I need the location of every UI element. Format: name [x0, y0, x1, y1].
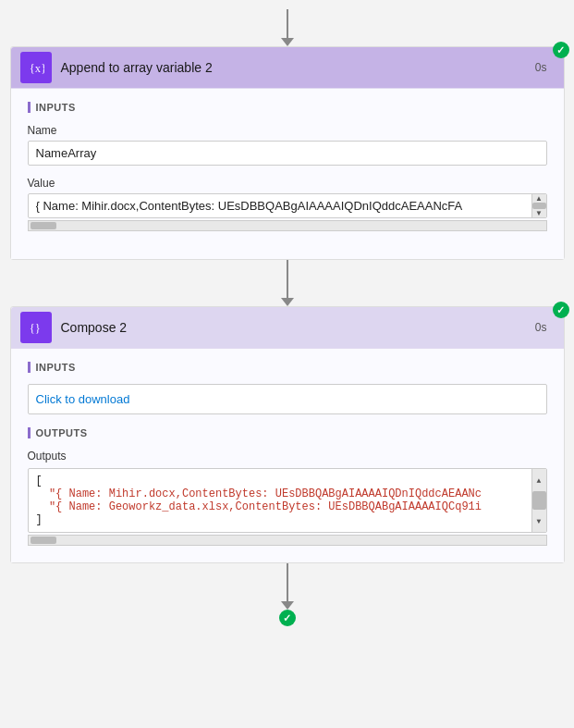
card2-hscrollbar[interactable] [28, 535, 547, 546]
click-to-download-link[interactable]: Click to download [36, 392, 130, 406]
compose-icon: {} [20, 312, 52, 343]
connector-arrow [281, 38, 294, 46]
card1-success-badge [553, 42, 569, 58]
card1-value-content: { Name: Mihir.docx,ContentBytes: UEsDBBQ… [36, 199, 539, 213]
card1-header[interactable]: {x} Append to array variable 2 0s [11, 47, 564, 88]
card2-duration: 0s [535, 321, 547, 334]
connector-middle [281, 260, 294, 306]
card1-name-label: Name [28, 124, 547, 137]
output-line-1: "{ Name: Mihir.docx,ContentBytes: UEsDBB… [36, 487, 482, 500]
card2-outputs-field-label: Outputs [28, 450, 547, 463]
connector-top [281, 9, 294, 46]
svg-text:{x}: {x} [29, 62, 43, 75]
card2-click-download-field: Click to download [28, 384, 547, 414]
connector-line [287, 9, 288, 38]
page-container: {x} Append to array variable 2 0s INPUTS… [0, 0, 574, 626]
output-close-bracket: ] [36, 513, 43, 526]
card2-title: Compose 2 [61, 320, 535, 335]
output-line-2: "{ Name: Geoworkz_data.xlsx,ContentBytes… [36, 500, 482, 513]
card2-hscrollbar-thumb [31, 537, 56, 544]
card2-header[interactable]: {} Compose 2 0s [11, 307, 564, 348]
output-open-bracket: [ [36, 475, 43, 487]
card-append-array: {x} Append to array variable 2 0s INPUTS… [10, 46, 565, 260]
card1-value-group: Value { Name: Mihir.docx,ContentBytes: U… [28, 177, 547, 231]
card1-hscrollbar-thumb [31, 222, 56, 229]
connector-arrow-mid [281, 298, 294, 306]
outputs-scroll-controls: ▲ ▼ [531, 469, 546, 532]
card1-scroll-controls: ▲ ▼ [531, 194, 546, 217]
card2-outputs-label: OUTPUTS [28, 427, 547, 438]
card1-scroll-down[interactable]: ▼ [532, 209, 546, 217]
bottom-check: ✓ [283, 612, 291, 624]
card1-scrollbar-thumb [532, 203, 546, 209]
card2-outputs-container: [ "{ Name: Mihir.docx,ContentBytes: UEsD… [28, 468, 547, 546]
svg-text:{}: {} [29, 322, 40, 335]
card1-scroll-up[interactable]: ▲ [532, 194, 546, 203]
bottom-success-indicator: ✓ [279, 610, 296, 626]
card1-name-value: NameArray [28, 141, 547, 166]
card1-title: Append to array variable 2 [61, 60, 535, 75]
card1-duration: 0s [535, 61, 547, 74]
outputs-scroll-up[interactable]: ▲ [532, 469, 546, 491]
card1-value-label: Value [28, 177, 547, 190]
connector-line-mid [287, 260, 288, 298]
card1-hscrollbar[interactable] [28, 220, 547, 231]
card2-body: INPUTS Click to download OUTPUTS Outputs… [11, 348, 564, 562]
card1-value-field: { Name: Mihir.docx,ContentBytes: UEsDBBQ… [28, 193, 547, 218]
card2-outputs-box: [ "{ Name: Mihir.docx,ContentBytes: UEsD… [28, 468, 547, 533]
card1-name-group: Name NameArray [28, 124, 547, 166]
card2-inputs-label: INPUTS [28, 362, 547, 373]
card2-inputs-group: Click to download [28, 384, 547, 414]
card1-inputs-label: INPUTS [28, 102, 547, 113]
connector-bottom [281, 563, 294, 610]
outputs-scrollbar-thumb [532, 491, 546, 510]
card2-success-badge [553, 302, 569, 318]
card2-outputs-section: OUTPUTS Outputs [ "{ Name: Mihir.docx,Co… [28, 427, 547, 546]
card1-body: INPUTS Name NameArray Value { Name: Mihi… [11, 88, 564, 259]
card-compose: {} Compose 2 0s INPUTS Click to download… [10, 306, 565, 563]
connector-line-bottom [287, 563, 288, 601]
variable-icon: {x} [20, 52, 52, 83]
outputs-scroll-down[interactable]: ▼ [532, 510, 546, 532]
connector-arrow-bottom [281, 601, 294, 610]
